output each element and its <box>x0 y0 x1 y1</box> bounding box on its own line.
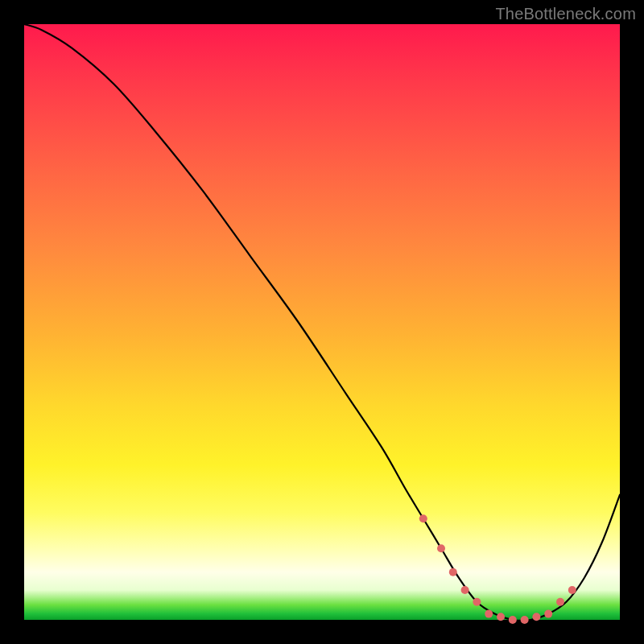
marker-dot <box>461 586 469 594</box>
plot-area <box>24 24 620 620</box>
chart-svg <box>24 24 620 620</box>
marker-dot <box>437 544 445 552</box>
marker-dot <box>509 616 517 624</box>
marker-dot <box>497 613 505 621</box>
marker-dot <box>532 613 540 621</box>
marker-dot <box>568 586 576 594</box>
marker-dot <box>521 616 529 624</box>
marker-dot <box>485 610 493 618</box>
marker-dot <box>544 610 552 618</box>
attribution-text: TheBottleneck.com <box>495 5 636 23</box>
marker-dot <box>419 514 427 522</box>
chart-frame: TheBottleneck.com <box>0 0 644 644</box>
marker-dot <box>449 568 457 576</box>
bottleneck-curve <box>24 24 620 621</box>
marker-dot <box>473 598 481 606</box>
optimal-range-markers <box>419 514 576 624</box>
marker-dot <box>556 598 564 606</box>
